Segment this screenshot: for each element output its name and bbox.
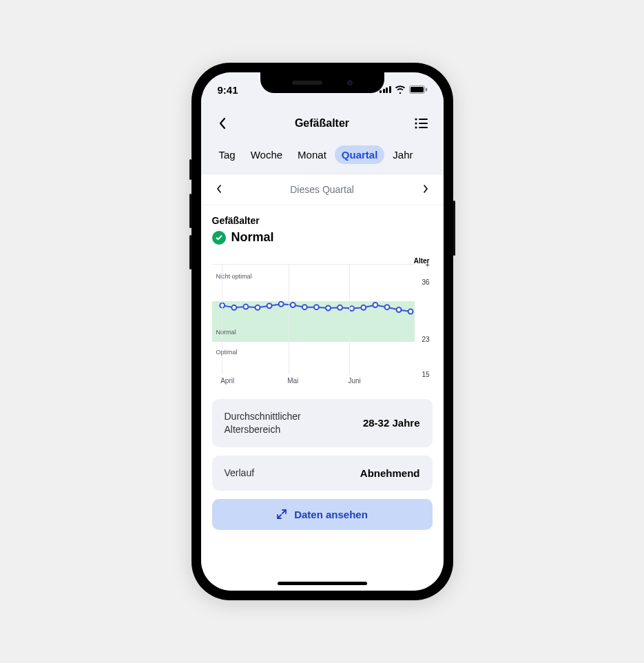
status-value: Normal bbox=[231, 230, 274, 245]
svg-point-13 bbox=[267, 303, 271, 308]
svg-point-21 bbox=[361, 305, 366, 310]
card-trend-value: Abnehmend bbox=[360, 467, 420, 479]
svg-point-16 bbox=[302, 305, 307, 309]
svg-rect-8 bbox=[419, 127, 428, 128]
status-check-icon bbox=[212, 231, 226, 245]
svg-point-14 bbox=[278, 302, 283, 307]
app-header: Gefäßalter TagWocheMonatQuartalJahr bbox=[201, 103, 444, 174]
card-trend: Verlauf Abnehmend bbox=[212, 456, 433, 491]
svg-point-25 bbox=[408, 309, 413, 314]
tab-woche[interactable]: Woche bbox=[244, 145, 289, 164]
svg-point-17 bbox=[313, 305, 318, 309]
period-label: Dieses Quartal bbox=[290, 184, 354, 195]
y-tick: 36 bbox=[422, 278, 429, 286]
metric-title: Gefäßalter bbox=[212, 215, 433, 226]
phone-screen: 9:41 bbox=[201, 72, 444, 591]
svg-point-10 bbox=[231, 305, 236, 310]
period-next-button[interactable] bbox=[419, 184, 433, 195]
battery-icon bbox=[409, 85, 427, 94]
card-trend-label: Verlauf bbox=[225, 467, 255, 480]
wifi-icon bbox=[395, 85, 406, 94]
view-data-button[interactable]: Daten ansehen bbox=[212, 499, 433, 530]
svg-point-22 bbox=[373, 303, 377, 307]
status-time: 9:41 bbox=[218, 84, 238, 96]
content-area: Dieses Quartal Gefäßalter Normal Alte bbox=[201, 174, 444, 591]
gridline bbox=[349, 265, 350, 374]
chart: Alter Nicht optimal Normal Optimal +3623… bbox=[212, 257, 433, 388]
phone-volume-down bbox=[189, 235, 191, 269]
view-data-label: Daten ansehen bbox=[294, 509, 368, 520]
phone-power-button bbox=[453, 201, 455, 256]
phone-notch bbox=[260, 72, 384, 93]
x-tick: Juni bbox=[348, 377, 360, 385]
x-axis-labels: AprilMaiJuni bbox=[212, 377, 415, 388]
expand-icon bbox=[276, 509, 287, 520]
home-indicator[interactable] bbox=[278, 582, 367, 585]
card-average-label: Durchschnittlicher Altersbereich bbox=[225, 410, 355, 436]
svg-point-11 bbox=[243, 305, 248, 309]
y-tick: 23 bbox=[422, 336, 429, 343]
svg-point-18 bbox=[325, 305, 330, 310]
card-average-range: Durchschnittlicher Altersbereich 28-32 J… bbox=[212, 399, 433, 447]
y-tick: 15 bbox=[422, 371, 429, 378]
svg-rect-4 bbox=[419, 119, 428, 120]
svg-point-3 bbox=[415, 118, 417, 120]
page-title: Gefäßalter bbox=[295, 117, 349, 130]
period-navigator: Dieses Quartal bbox=[201, 174, 444, 205]
svg-point-23 bbox=[384, 305, 389, 309]
summary-cards: Durchschnittlicher Altersbereich 28-32 J… bbox=[201, 388, 444, 530]
tab-monat[interactable]: Monat bbox=[291, 145, 333, 164]
back-button[interactable] bbox=[212, 113, 233, 134]
svg-point-7 bbox=[415, 126, 417, 128]
chart-line bbox=[212, 265, 415, 374]
svg-rect-1 bbox=[411, 87, 424, 92]
svg-point-5 bbox=[415, 122, 417, 124]
x-tick: April bbox=[220, 377, 234, 385]
tab-tag[interactable]: Tag bbox=[212, 145, 242, 164]
gridline bbox=[289, 265, 289, 374]
tab-jahr[interactable]: Jahr bbox=[386, 145, 419, 164]
gridline bbox=[222, 265, 222, 374]
period-prev-button[interactable] bbox=[212, 184, 226, 195]
y-tick: + bbox=[426, 261, 430, 269]
card-average-value: 28-32 Jahre bbox=[363, 417, 420, 429]
list-button[interactable] bbox=[411, 113, 432, 134]
svg-point-19 bbox=[337, 305, 342, 310]
svg-point-24 bbox=[396, 307, 401, 312]
svg-point-12 bbox=[255, 305, 260, 310]
metric-section: Gefäßalter Normal Alter Nicht optimal No… bbox=[201, 205, 444, 388]
svg-point-15 bbox=[290, 303, 295, 307]
phone-frame: 9:41 bbox=[191, 63, 453, 600]
svg-rect-6 bbox=[419, 123, 428, 124]
phone-mute-switch bbox=[189, 159, 191, 180]
tab-quartal[interactable]: Quartal bbox=[335, 145, 385, 164]
svg-rect-2 bbox=[426, 88, 427, 92]
phone-volume-up bbox=[189, 194, 191, 228]
time-range-tabs: TagWocheMonatQuartalJahr bbox=[212, 137, 433, 174]
x-tick: Mai bbox=[287, 377, 298, 385]
